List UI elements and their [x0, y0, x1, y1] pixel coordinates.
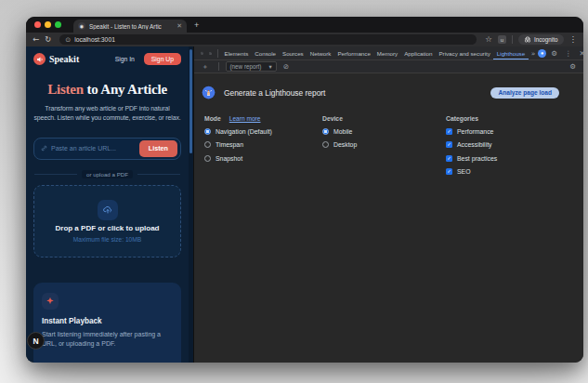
hero-title: Listen to Any Article — [26, 82, 189, 98]
hero-title-accent: Listen — [47, 82, 84, 97]
device-section: Device Mobile Desktop — [322, 115, 446, 176]
devtools-tab-application[interactable]: Application — [401, 46, 436, 60]
categories-label: Categories — [446, 115, 478, 122]
mode-option-snapshot[interactable]: Snapshot — [204, 154, 322, 163]
incognito-spy-icon — [524, 36, 531, 43]
browser-menu-icon[interactable]: ⋮ — [569, 35, 578, 44]
toolbar-divider2 — [218, 62, 219, 71]
dropzone-title: Drop a PDF or click to upload — [55, 224, 159, 232]
bookmark-star-icon[interactable]: ☆ — [485, 35, 492, 44]
more-tabs-icon[interactable]: » — [529, 49, 539, 58]
devtools-notification-icon[interactable]: ● — [538, 49, 546, 58]
category-seo[interactable]: ✓ SEO — [446, 167, 576, 176]
incognito-label: Incognito — [534, 36, 558, 43]
window-controls — [34, 21, 61, 28]
clear-reports-icon[interactable]: ⊘ — [281, 62, 292, 71]
lighthouse-panel: Generate a Lighthouse report Analyze pag… — [194, 73, 583, 363]
link-icon — [41, 145, 47, 152]
devtools-close-icon[interactable]: ✕ — [576, 49, 583, 58]
tab-close-icon[interactable]: ✕ — [176, 22, 182, 30]
categories-section: Categories ✓ Performance ✓ Accessibility… — [446, 115, 576, 176]
browser-toolbar: ← ↻ ⊙ localhost:3001 ☆ u Incognito ⋮ — [26, 33, 583, 46]
feature-title: Instant Playback — [42, 317, 173, 325]
radio-navigation[interactable] — [204, 128, 211, 135]
radio-desktop[interactable] — [322, 141, 329, 148]
devtools-tab-network[interactable]: Network — [307, 46, 334, 60]
minimize-window-button[interactable] — [45, 21, 51, 28]
divider-label: or upload a PDF — [82, 170, 133, 178]
new-report-plus-icon[interactable]: ＋ — [199, 62, 212, 72]
category-accessibility[interactable]: ✓ Accessibility — [446, 140, 576, 149]
sign-in-link[interactable]: Sign In — [115, 56, 135, 62]
devtools-tab-performance[interactable]: Performance — [334, 46, 373, 60]
article-url-form: Listen — [33, 138, 181, 160]
back-icon[interactable]: ← — [33, 35, 39, 44]
devtools-tab-lighthouse[interactable]: Lighthouse — [493, 46, 528, 60]
learn-more-link[interactable]: Learn more — [229, 115, 261, 122]
mode-option-navigation[interactable]: Navigation (Default) — [204, 127, 322, 136]
devtools-tab-elements[interactable]: Elements — [221, 46, 252, 60]
article-url-input[interactable] — [51, 145, 136, 152]
lighthouse-settings-icon[interactable]: ⚙ — [567, 62, 579, 71]
page-scrollbar-thumb[interactable] — [189, 49, 192, 153]
extension-icon[interactable]: u — [498, 35, 506, 44]
device-label: Device — [322, 115, 343, 122]
devtools-tab-memory[interactable]: Memory — [373, 46, 400, 60]
devtools-menu-icon[interactable]: ⋮ — [562, 49, 575, 58]
analyze-page-load-button[interactable]: Analyze page load — [490, 87, 559, 99]
browser-tab[interactable]: ◉ Speakit - Listen to Any Artic ✕ — [73, 20, 187, 33]
checkbox-seo[interactable]: ✓ — [446, 168, 452, 175]
browser-window: ◉ Speakit - Listen to Any Artic ✕ + ← ↻ … — [26, 17, 583, 363]
report-dropdown-value: (new report) — [230, 63, 262, 70]
mode-section: Mode Learn more Navigation (Default) Tim… — [204, 115, 322, 176]
tab-favicon-icon: ◉ — [78, 22, 85, 30]
listen-button[interactable]: Listen — [139, 140, 177, 157]
feature-description: Start listening immediately after pastin… — [42, 330, 173, 350]
url-text: localhost:3001 — [74, 36, 115, 43]
radio-timespan[interactable] — [204, 141, 211, 148]
radio-snapshot[interactable] — [204, 155, 211, 162]
address-bar[interactable]: ⊙ localhost:3001 — [59, 34, 477, 45]
speakit-logo-icon[interactable] — [33, 53, 46, 65]
inspect-element-icon[interactable] — [198, 49, 206, 58]
page-viewport: Speakit Sign In Sign Up Listen to Any Ar… — [26, 46, 189, 363]
new-tab-button[interactable]: + — [194, 21, 199, 29]
device-toolbar-icon[interactable] — [206, 49, 215, 58]
feature-card: Instant Playback Start listening immedia… — [33, 283, 181, 363]
devtools-settings-icon[interactable]: ⚙ — [548, 49, 560, 58]
sign-up-button[interactable]: Sign Up — [144, 53, 181, 65]
category-performance[interactable]: ✓ Performance — [446, 127, 576, 136]
mode-label: Mode — [204, 115, 221, 122]
checkbox-best-practices[interactable]: ✓ — [446, 155, 452, 162]
devtools-tab-console[interactable]: Console — [252, 46, 280, 60]
tab-strip: ◉ Speakit - Listen to Any Artic ✕ + — [26, 17, 583, 33]
checkbox-accessibility[interactable]: ✓ — [446, 141, 452, 148]
hero-title-rest: to Any Article — [84, 82, 167, 97]
radio-mobile[interactable] — [322, 128, 329, 135]
incognito-badge: Incognito — [518, 34, 564, 45]
cursor-badge: N — [27, 332, 45, 350]
upload-tile — [98, 200, 118, 220]
device-option-desktop[interactable]: Desktop — [322, 140, 446, 149]
upload-divider: or upload a PDF — [34, 170, 180, 178]
chevron-down-icon: ▾ — [268, 63, 271, 70]
site-info-icon[interactable]: ⊙ — [65, 36, 71, 44]
close-window-button[interactable] — [34, 21, 41, 28]
page-scrollbar[interactable] — [189, 46, 193, 363]
lighthouse-title: Generate a Lighthouse report — [224, 88, 325, 98]
devtools-tab-privacy[interactable]: Privacy and security — [436, 46, 493, 60]
brand-name[interactable]: Speakit — [49, 54, 79, 64]
mode-option-timespan[interactable]: Timespan — [204, 140, 322, 149]
zoom-window-button[interactable] — [55, 21, 61, 28]
reload-icon[interactable]: ↻ — [45, 35, 51, 44]
hero-subtitle: Transform any web article or PDF into na… — [33, 104, 181, 124]
checkbox-performance[interactable]: ✓ — [446, 128, 452, 135]
pdf-dropzone[interactable]: Drop a PDF or click to upload Maximum fi… — [33, 185, 181, 258]
report-dropdown[interactable]: (new report)▾ — [226, 61, 277, 72]
tab-title: Speakit - Listen to Any Artic — [89, 23, 173, 30]
device-option-mobile[interactable]: Mobile — [322, 127, 446, 136]
devtools-tab-sources[interactable]: Sources — [280, 46, 307, 60]
instant-playback-zap-icon — [46, 297, 55, 306]
category-best-practices[interactable]: ✓ Best practices — [446, 154, 576, 163]
upload-cloud-icon — [102, 205, 113, 216]
